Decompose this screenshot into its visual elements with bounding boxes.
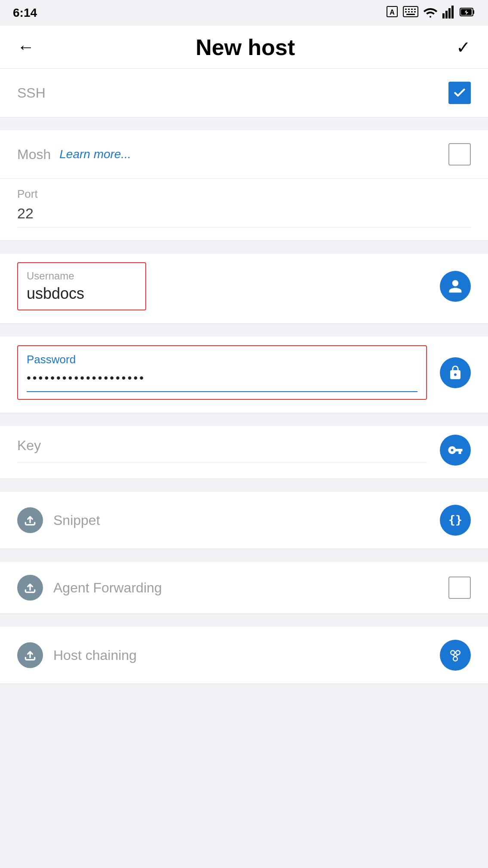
keyboard-icon [403,6,418,20]
gap-6 [0,549,488,562]
svg-rect-11 [406,14,415,15]
svg-rect-5 [411,9,413,10]
mosh-left: Mosh Learn more... [17,147,448,163]
key-button[interactable] [440,435,471,466]
password-label: Password [27,353,417,366]
username-value: usbdocs [27,285,137,303]
password-value: •••••••••••••••••••• [27,369,417,387]
ssh-label: SSH [17,85,46,101]
gap-3 [0,324,488,337]
svg-text:{}: {} [448,513,463,526]
svg-point-22 [456,650,460,655]
svg-rect-3 [405,9,407,10]
svg-rect-7 [405,11,407,12]
hostchain-upload-icon [17,642,43,668]
port-section: Port 22 [0,179,488,241]
agent-forwarding-label: Agent Forwarding [53,580,162,596]
svg-rect-17 [473,10,474,14]
wifi-icon [423,6,438,20]
svg-rect-8 [408,11,410,12]
snippet-button[interactable]: {} [440,505,471,536]
ssh-checkbox[interactable] [448,82,471,104]
lock-button[interactable] [440,357,471,388]
gap-2 [0,241,488,254]
confirm-button[interactable]: ✓ [456,37,471,57]
status-bar: 6:14 A [0,0,488,26]
svg-rect-10 [414,11,416,12]
translate-icon: A [386,5,399,21]
svg-point-21 [451,650,455,655]
svg-rect-4 [408,9,410,10]
status-time: 6:14 [13,6,37,20]
mosh-label: Mosh [17,147,51,163]
svg-rect-6 [414,9,416,10]
password-section: Password •••••••••••••••••••• [0,337,488,413]
host-chaining-button[interactable] [440,640,471,671]
top-nav: ← New host ✓ [0,26,488,69]
key-section: Key [0,426,488,479]
svg-rect-14 [448,8,451,18]
snippet-left: Snippet [17,507,100,533]
agent-upload-icon [17,575,43,601]
host-chaining-label: Host chaining [53,647,137,663]
password-field-box[interactable]: Password •••••••••••••••••••• [17,345,427,400]
mosh-learn-more[interactable]: Learn more... [59,147,131,161]
status-icons: A [386,5,475,21]
svg-rect-9 [411,11,413,12]
agent-left: Agent Forwarding [17,575,162,601]
agent-forwarding-section: Agent Forwarding [0,562,488,614]
snippet-label: Snippet [53,512,100,528]
svg-text:A: A [390,9,395,16]
signal-icon [442,6,455,20]
port-value[interactable]: 22 [17,205,471,222]
page-title: New host [196,34,295,60]
phone-frame: 6:14 A [0,0,488,868]
agent-forwarding-checkbox[interactable] [448,577,471,599]
host-chaining-section: Host chaining [0,627,488,684]
battery-icon [460,7,475,19]
gap-1 [0,117,488,130]
svg-rect-15 [451,6,454,18]
svg-point-23 [453,657,457,661]
username-field-box[interactable]: Username usbdocs [17,262,146,310]
mosh-checkbox[interactable] [448,143,471,166]
key-label: Key [17,438,427,454]
svg-rect-13 [445,11,448,18]
username-section: Username usbdocs [0,254,488,324]
ssh-row: SSH [0,69,488,117]
password-underline [27,391,417,392]
port-label: Port [17,187,471,201]
back-button[interactable]: ← [17,37,34,57]
username-label: Username [27,270,137,282]
gap-5 [0,479,488,492]
svg-rect-12 [442,13,445,18]
mosh-row: Mosh Learn more... [0,130,488,179]
hostchain-left: Host chaining [17,642,137,668]
content-area: SSH Mosh Learn more... Port 22 Usern [0,69,488,684]
snippet-upload-icon [17,507,43,533]
gap-4 [0,413,488,426]
snippet-section: Snippet {} [0,492,488,549]
gap-7 [0,614,488,627]
port-underline [17,227,471,227]
person-button[interactable] [440,271,471,302]
